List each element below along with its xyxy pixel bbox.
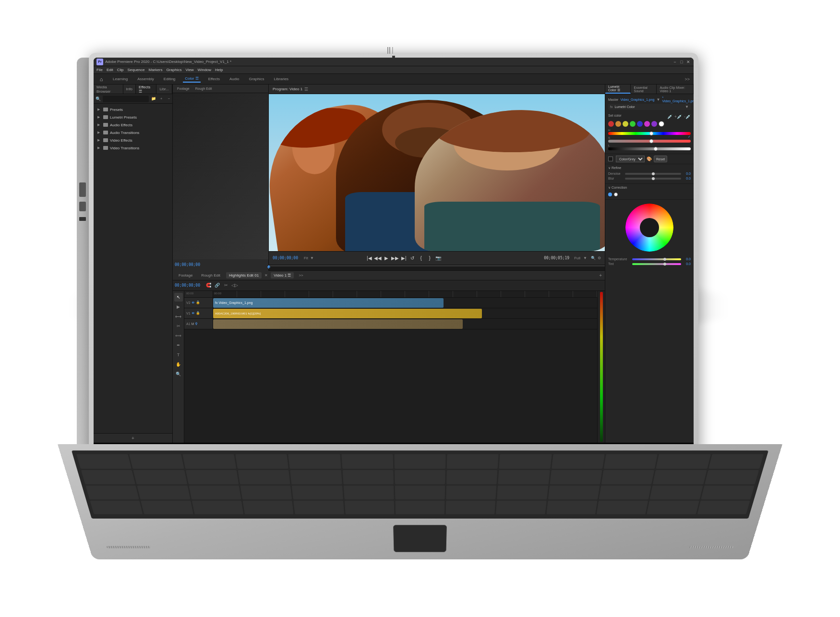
key[interactable]	[344, 501, 394, 514]
fx-settings-icon[interactable]: ▼	[685, 105, 689, 109]
eyedropper-icon[interactable]: 💉	[667, 114, 672, 119]
video-graphics-clip2[interactable]: * Video_Graphics_1.png	[662, 96, 694, 103]
temperature-slider[interactable]	[632, 258, 681, 260]
v1-lock-icon[interactable]: 🔒	[196, 311, 200, 315]
key[interactable]	[653, 470, 707, 484]
linked-sel-tool[interactable]: 🔗	[214, 281, 221, 289]
menu-clip[interactable]: Clip	[117, 68, 124, 72]
effects-video-effects[interactable]: ▶ Video Effects	[94, 136, 172, 144]
v2-clip[interactable]: fx Video_Graphics_1.png	[213, 298, 444, 308]
key[interactable]	[290, 470, 342, 484]
menu-sequence[interactable]: Sequence	[127, 68, 144, 72]
mark-out-button[interactable]: }	[426, 254, 433, 261]
swatch-purple[interactable]	[651, 121, 657, 127]
menu-edit[interactable]: Edit	[107, 68, 113, 72]
full-dropdown-icon[interactable]: ▼	[583, 256, 587, 260]
play-button[interactable]: ▶	[383, 254, 390, 261]
tab-effects[interactable]: Effects ☰	[136, 85, 157, 94]
audio-clip-mixer-tab[interactable]: Audio Clip Mixer: Video 1	[657, 85, 694, 94]
effects-audio-effects[interactable]: ▶ Audio Effects	[94, 121, 172, 129]
s-thumb[interactable]	[649, 139, 653, 143]
playbar[interactable]	[269, 265, 605, 270]
home-button[interactable]: ⌂	[97, 75, 105, 83]
key[interactable]	[341, 454, 393, 469]
key[interactable]	[447, 454, 499, 469]
highlights-edit-seq-tab[interactable]: Highlights Edit 01	[226, 272, 262, 278]
key[interactable]	[192, 501, 243, 514]
h-thumb[interactable]	[649, 132, 653, 135]
key[interactable]	[85, 485, 139, 499]
key[interactable]	[498, 470, 550, 484]
key[interactable]	[395, 485, 445, 499]
close-button[interactable]: ✕	[686, 60, 691, 64]
l-thumb[interactable]	[654, 147, 658, 151]
swatch-blue[interactable]	[637, 121, 643, 127]
key[interactable]	[497, 485, 548, 499]
key[interactable]	[697, 501, 750, 514]
key[interactable]	[499, 454, 552, 469]
blur-slider[interactable]	[625, 178, 681, 180]
zoom-tool[interactable]: 🔍	[174, 370, 183, 378]
denoise-slider[interactable]	[625, 173, 681, 175]
ripple-edit-tool[interactable]: ◁▷	[231, 281, 239, 289]
key[interactable]	[76, 454, 132, 469]
a1-m-button[interactable]: M	[192, 322, 194, 326]
color-checkbox[interactable]	[608, 157, 613, 161]
key[interactable]	[597, 501, 648, 514]
loop-button[interactable]: ↺	[409, 254, 416, 261]
key[interactable]	[496, 501, 546, 514]
effects-video-transitions[interactable]: ▶ Video Transitions	[94, 144, 172, 152]
pen-tool[interactable]: ✒	[174, 341, 183, 350]
menu-file[interactable]: File	[96, 68, 103, 72]
tab-info[interactable]: Info	[123, 85, 136, 94]
swatch-green[interactable]	[630, 121, 636, 127]
denoise-thumb[interactable]	[652, 172, 655, 175]
key[interactable]	[186, 470, 239, 484]
key[interactable]	[548, 485, 600, 499]
minimize-button[interactable]: −	[672, 60, 677, 64]
workspace-graphics[interactable]: Graphics	[247, 76, 266, 82]
tint-thumb[interactable]	[663, 263, 666, 266]
new-folder-icon[interactable]: 📁	[151, 96, 156, 102]
video-graphics-clip1[interactable]: Video_Graphics_1.png	[620, 98, 654, 101]
key[interactable]	[238, 470, 290, 484]
effects-new-icon[interactable]: +	[158, 96, 164, 102]
rough-edit-tab[interactable]: Rough Edit	[194, 86, 214, 91]
key[interactable]	[705, 470, 759, 484]
blur-thumb[interactable]	[652, 177, 655, 180]
menu-help[interactable]: Help	[215, 68, 223, 72]
mark-in-button[interactable]: {	[418, 254, 424, 261]
tint-slider[interactable]	[632, 263, 681, 265]
essential-sound-tab[interactable]: Essential Sound	[631, 85, 657, 94]
slip-tool[interactable]: ⟺	[174, 331, 183, 340]
snap-tool[interactable]: 🧲	[205, 281, 213, 289]
key[interactable]	[293, 501, 344, 514]
track-select-tool[interactable]: ▶	[174, 302, 183, 311]
tab-libr[interactable]: Libr...	[156, 85, 172, 94]
refine-title[interactable]: ∨ Refine	[608, 166, 691, 170]
key[interactable]	[708, 454, 764, 469]
key[interactable]	[235, 454, 288, 469]
menu-markers[interactable]: Markers	[149, 68, 163, 72]
swatch-red[interactable]	[608, 121, 614, 127]
subtract-color-icon[interactable]: -💉	[684, 114, 691, 119]
key[interactable]	[647, 501, 699, 514]
hand-tool[interactable]: ✋	[174, 360, 183, 369]
key[interactable]	[601, 470, 655, 484]
v2-eye-icon[interactable]: 👁	[192, 301, 195, 304]
lumetri-color-tab[interactable]: Lumetri Color ☰	[605, 85, 631, 94]
key[interactable]	[599, 485, 651, 499]
forward-to-end-button[interactable]: ▶|	[400, 254, 407, 261]
add-media-button[interactable]: +	[94, 433, 172, 443]
key[interactable]	[395, 501, 444, 514]
fit-dropdown-icon[interactable]: ▼	[310, 256, 314, 260]
key[interactable]	[141, 501, 193, 514]
v1-clip[interactable]: A00AC206_190R63.M01 fv[1][20%]	[213, 309, 482, 318]
key[interactable]	[446, 485, 496, 499]
trackpad[interactable]	[393, 525, 447, 552]
key[interactable]	[343, 485, 394, 499]
step-forward-button[interactable]: ▶▶	[392, 254, 398, 261]
swatch-yellow[interactable]	[623, 121, 628, 127]
key[interactable]	[133, 470, 187, 484]
export-frame-button[interactable]: 📷	[435, 254, 442, 261]
